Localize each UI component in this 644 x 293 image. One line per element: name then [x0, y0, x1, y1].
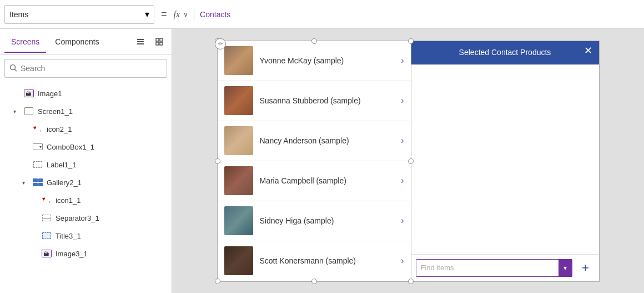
gallery-widget[interactable]: ✏ Yvonne McKay (sample) › Susanna Stubb — [217, 41, 411, 282]
gallery-item-susanna[interactable]: Susanna Stubberod (sample) › — [218, 81, 411, 121]
gallery2-chevron-icon: ▾ — [22, 180, 29, 186]
right-panel-body — [411, 63, 599, 254]
items-dropdown[interactable]: Items ▾ — [4, 5, 154, 24]
tree-panel: Image1 ▾ Screen1_1 icon2_1 — [0, 82, 172, 293]
right-panel-header: Selected Contact Products ✕ — [411, 41, 599, 63]
search-box[interactable] — [4, 59, 167, 78]
svg-line-8 — [15, 69, 17, 71]
gallery-item-sidney[interactable]: Sidney Higa (sample) › — [218, 201, 411, 241]
search-icon — [9, 64, 17, 73]
no-chevron — [13, 91, 20, 97]
dropdown-chevron-icon: ▾ — [145, 9, 149, 19]
svg-rect-5 — [156, 42, 159, 45]
right-panel: Selected Contact Products ✕ Find items ▾… — [411, 41, 600, 282]
label1-icon — [32, 159, 43, 170]
tree-item-screen1[interactable]: ▾ Screen1_1 — [0, 102, 172, 120]
image3-icon — [41, 248, 52, 259]
toolbar: Items ▾ = fx ∨ Contacts — [0, 0, 644, 29]
chevron-right-nancy: › — [401, 136, 404, 146]
contact-name-sidney: Sidney Higa (sample) — [260, 216, 395, 225]
no-chevron — [22, 126, 29, 132]
left-panel: Screens Components — [0, 29, 172, 293]
tree-label-image1: Image1 — [38, 90, 62, 98]
svg-rect-2 — [137, 43, 144, 44]
contact-name-maria: Maria Campbell (sample) — [260, 176, 395, 185]
avatar-maria — [224, 166, 253, 195]
gallery-item-yvonne[interactable]: Yvonne McKay (sample) › — [218, 41, 411, 81]
no-chevron — [31, 251, 38, 257]
tree-label-gallery2: Gallery2_1 — [47, 178, 82, 187]
canvas-area: ✏ Yvonne McKay (sample) › Susanna Stubb — [172, 29, 644, 293]
contact-name-nancy: Nancy Anderson (sample) — [260, 136, 395, 145]
tab-icon-group — [133, 34, 167, 49]
tree-item-image3[interactable]: Image3_1 — [0, 245, 172, 262]
tree-item-sep3[interactable]: Separator3_1 — [0, 209, 172, 227]
svg-point-7 — [11, 64, 16, 69]
icon1-icon — [41, 195, 52, 206]
svg-rect-6 — [160, 42, 163, 45]
tab-components[interactable]: Components — [48, 32, 105, 53]
add-button[interactable]: + — [577, 259, 595, 277]
tree-label-icon1: icon1_1 — [56, 196, 81, 205]
tree-label-sep3: Separator3_1 — [56, 214, 99, 222]
formula-value: Contacts — [200, 10, 230, 19]
no-chevron — [22, 162, 29, 168]
tabs-bar: Screens Components — [0, 29, 172, 54]
contact-name-scott: Scott Konersmann (sample) — [260, 256, 395, 265]
chevron-right-sidney: › — [401, 216, 404, 226]
image1-icon — [23, 88, 34, 99]
tree-label-label1: Label1_1 — [47, 161, 77, 169]
no-chevron — [22, 144, 29, 150]
grid-view-icon[interactable] — [152, 34, 167, 49]
widget-container: ✏ Yvonne McKay (sample) › Susanna Stubb — [217, 41, 600, 282]
gallery-item-scott[interactable]: Scott Konersmann (sample) › — [218, 241, 411, 281]
contact-name-susanna: Susanna Stubberod (sample) — [260, 96, 395, 105]
avatar-sidney — [224, 206, 253, 235]
handle-bc[interactable] — [311, 279, 317, 284]
chevron-right-susanna: › — [401, 96, 404, 106]
tab-screens[interactable]: Screens — [4, 32, 46, 53]
tree-label-screen1: Screen1_1 — [38, 107, 73, 116]
tree-label-image3: Image3_1 — [56, 250, 88, 258]
no-chevron — [31, 197, 38, 203]
gallery-item-maria[interactable]: Maria Campbell (sample) › — [218, 161, 411, 201]
svg-rect-3 — [156, 38, 159, 41]
edit-handle[interactable]: ✏ — [215, 38, 226, 49]
tree-item-combobox1[interactable]: ▾ ComboBox1_1 — [0, 138, 172, 156]
find-items-chevron-icon[interactable]: ▾ — [559, 259, 572, 277]
handle-mr[interactable] — [408, 158, 414, 164]
svg-rect-4 — [160, 38, 163, 41]
avatar-scott — [224, 246, 253, 275]
find-items-dropdown[interactable]: Find items ▾ — [416, 259, 572, 277]
svg-rect-0 — [137, 39, 144, 40]
chevron-right-scott: › — [401, 256, 404, 266]
close-button[interactable]: ✕ — [584, 46, 592, 56]
handle-br[interactable] — [408, 279, 414, 284]
items-dropdown-label: Items — [9, 10, 28, 19]
list-view-icon[interactable] — [133, 34, 148, 49]
gallery-item-nancy[interactable]: Nancy Anderson (sample) › — [218, 121, 411, 161]
tree-label-icon2: icon2_1 — [47, 125, 72, 133]
tree-item-title3[interactable]: Title3_1 — [0, 227, 172, 245]
sep3-icon — [41, 212, 52, 224]
screen1-chevron-icon: ▾ — [13, 108, 20, 115]
chevron-right-yvonne: › — [401, 56, 404, 66]
screen1-icon — [23, 106, 34, 117]
tree-label-combo1: ComboBox1_1 — [47, 143, 94, 151]
handle-tr[interactable] — [408, 38, 414, 44]
tree-item-label1[interactable]: Label1_1 — [0, 156, 172, 173]
tree-item-image1[interactable]: Image1 — [0, 85, 172, 102]
handle-tc[interactable] — [311, 38, 317, 44]
formula-bar: fx ∨ Contacts — [174, 8, 640, 21]
gallery2-icon — [32, 177, 43, 188]
search-input[interactable] — [21, 64, 162, 73]
title3-icon — [41, 230, 52, 241]
tree-label-title3: Title3_1 — [56, 232, 81, 240]
tree-item-icon1[interactable]: icon1_1 — [0, 191, 172, 209]
chevron-right-maria: › — [401, 176, 404, 186]
combo1-icon: ▾ — [32, 141, 43, 152]
handle-bl[interactable] — [215, 279, 220, 284]
tree-item-gallery2[interactable]: ▾ Gallery2_1 — [0, 173, 172, 191]
handle-ml[interactable] — [215, 158, 220, 164]
tree-item-icon2[interactable]: icon2_1 — [0, 120, 172, 138]
